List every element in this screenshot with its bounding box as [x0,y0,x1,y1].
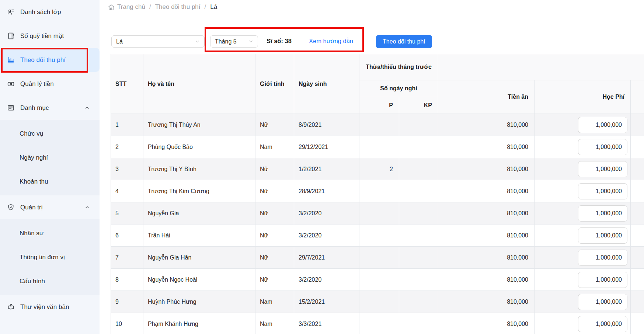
sidebar-item-danh-muc[interactable]: Danh mục [0,96,100,120]
cell-extra [631,158,644,180]
cell-days-off-p [359,202,399,225]
tuition-fee-input[interactable] [578,316,627,332]
sidebar-item-nhan-su[interactable]: Nhân sự [0,221,100,245]
tuition-fee-input[interactable] [578,272,627,288]
cell-stt: 3 [111,158,143,180]
cell-stt: 9 [111,291,143,313]
cell-dob: 1/2/2021 [294,158,359,180]
cell-gender: Nam [255,136,294,158]
class-list-icon [7,8,15,16]
sidebar-subitem-label: Cấu hình [20,278,45,285]
tuition-fee-input[interactable] [578,161,627,177]
fee-table-wrapper: STT Họ và tên Giới tính Ngày sinh Thừa/t… [111,54,644,334]
sidebar-item-theo-doi-thu-phi[interactable]: Theo dõi thu phí [0,48,100,72]
sidebar-item-chuc-vu[interactable]: Chức vụ [0,122,100,146]
sidebar-item-label: Danh mục [20,104,49,112]
sidebar-item-quan-tri[interactable]: Quản trị [0,195,100,219]
sidebar-item-thu-vien-van-ban[interactable]: Thư viện văn bản [0,295,100,319]
cell-days-off-kp [399,180,438,202]
breadcrumb-item-theo-doi-thu-phi[interactable]: Theo dõi thu phí [155,3,201,11]
sidebar-item-danh-sach-lop[interactable]: Danh sách lớp [0,0,100,24]
cell-stt: 10 [111,313,143,334]
breadcrumb: Trang chủ / Theo dõi thu phí / Lá [108,3,217,11]
table-row: 4Trương Thị Kim CươngNữ28/9/2021810,000 [111,180,644,202]
cell-extra [631,114,644,136]
guide-link[interactable]: Xem hướng dẫn [309,38,353,45]
sidebar-item-label: Quản trị [20,204,42,211]
sidebar-item-cau-hinh[interactable]: Cấu hình [0,269,100,293]
cell-gender: Nữ [255,202,294,225]
cell-meal-fee: 810,000 [438,158,535,180]
column-header-tuition-fee: Học Phí [535,80,631,114]
list-icon [7,104,15,112]
table-row: 1Trương Thị Thúy AnNữ8/9/2021810,000 [111,114,644,136]
cell-name: Huỳnh Phúc Hưng [143,291,255,313]
sidebar-item-label: Theo dõi thu phí [20,56,66,64]
cell-days-off-kp [399,202,438,225]
table-row: 3Trương Thị Y BìnhNữ1/2/20212810,000 [111,158,644,180]
column-header-meal-fee: Tiền ăn [438,80,535,114]
cell-days-off-p [359,291,399,313]
sidebar-item-ngay-nghi[interactable]: Ngày nghỉ [0,146,100,170]
cell-name: Nguyễn Gia [143,202,255,225]
class-size-value: 38 [285,38,292,44]
cell-stt: 4 [111,180,143,202]
breadcrumb-separator: / [149,3,151,11]
cell-days-off-p [359,180,399,202]
cell-dob: 3/2/2020 [294,269,359,291]
cell-dob: 29/12/2021 [294,136,359,158]
column-header-kp: KP [399,97,438,114]
sidebar-item-thong-tin-don-vi[interactable]: Thông tin đơn vị [0,245,100,269]
cash-book-icon [7,32,15,40]
cell-tuition-fee [535,247,631,269]
sidebar-item-label: Thư viện văn bản [20,303,69,311]
column-header-p: P [359,97,399,114]
cell-days-off-kp [399,269,438,291]
home-icon [108,4,115,11]
sidebar: Danh sách lớp Sổ quỹ tiền mặt Theo dõi t… [0,0,100,334]
cell-dob: 3/2/2020 [294,202,359,225]
cell-tuition-fee [535,269,631,291]
column-header-days-off: Số ngày nghỉ [359,80,438,97]
column-header-dob: Ngày sinh [294,54,359,114]
theo-doi-thu-phi-button[interactable]: Theo dõi thu phí [376,35,432,48]
sidebar-subitem-label: Khoản thu [20,178,48,185]
cell-tuition-fee [535,136,631,158]
tuition-fee-input[interactable] [578,117,627,133]
tuition-fee-input[interactable] [578,183,627,199]
cell-days-off-p [359,269,399,291]
month-select[interactable]: Tháng 5 [210,35,258,48]
tuition-fee-input[interactable] [578,205,627,222]
cell-stt: 7 [111,247,143,269]
chevron-down-icon [248,39,253,44]
tuition-fee-input[interactable] [578,227,627,244]
cell-extra [631,225,644,247]
sidebar-item-quan-ly-tien[interactable]: Quản lý tiền [0,72,100,96]
sidebar-subitem-label: Ngày nghỉ [20,154,48,161]
class-select-value: Lá [116,38,192,45]
submenu-danh-muc: Chức vụ Ngày nghỉ Khoản thu [0,120,100,195]
cell-name: Nguyễn Ngọc Hoài [143,269,255,291]
table-row: 10Phạm Khánh HưngNam3/3/2021810,000 [111,313,644,334]
cell-meal-fee: 810,000 [438,225,535,247]
cell-days-off-p [359,114,399,136]
chevron-up-icon[interactable] [84,205,90,210]
sidebar-subitem-label: Thông tin đơn vị [20,254,65,261]
cell-dob: 15/2/2021 [294,291,359,313]
cell-gender: Nam [255,291,294,313]
tuition-fee-input[interactable] [578,294,627,310]
cell-stt: 6 [111,225,143,247]
breadcrumb-item-home[interactable]: Trang chủ [117,3,145,11]
class-select[interactable]: Lá [111,35,205,48]
sidebar-item-so-quy-tien-mat[interactable]: Sổ quỹ tiền mặt [0,24,100,48]
sidebar-item-khoan-thu[interactable]: Khoản thu [0,170,100,194]
cell-meal-fee: 810,000 [438,269,535,291]
class-size-text: Sĩ số: 38 [267,38,292,45]
chevron-up-icon[interactable] [84,105,90,111]
tuition-fee-input[interactable] [578,250,627,266]
breadcrumb-item-current: Lá [210,3,217,11]
sidebar-item-label: Quản lý tiền [20,80,54,88]
cell-extra [631,313,644,334]
tuition-fee-input[interactable] [578,139,627,155]
cell-tuition-fee [535,180,631,202]
